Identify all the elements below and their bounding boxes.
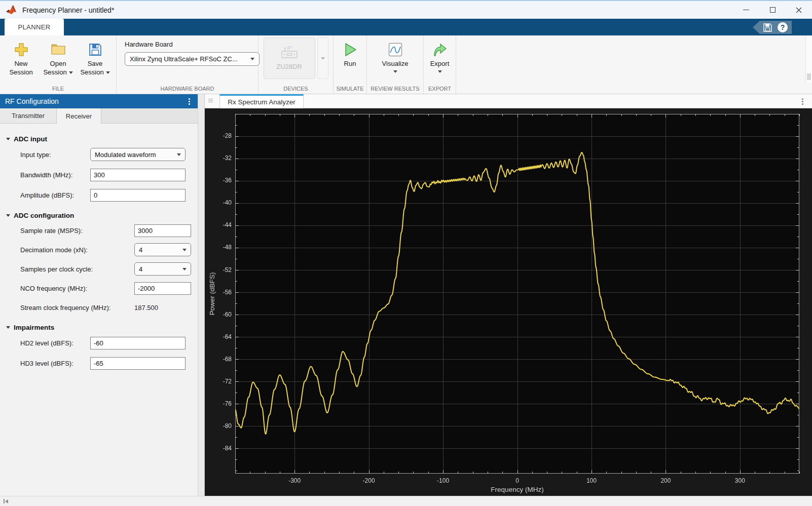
new-session-label-1: New bbox=[14, 60, 27, 68]
decimation-mode-label: Decimation mode (xN): bbox=[20, 246, 88, 254]
device-zu28dr-button[interactable]: ZU28DR bbox=[264, 37, 315, 79]
tabbar-grip-icon[interactable] bbox=[208, 99, 213, 108]
tab-options-icon[interactable] bbox=[800, 98, 806, 105]
section-adc-input[interactable]: ADC input bbox=[6, 135, 192, 143]
open-session-dropdown-icon[interactable] bbox=[69, 71, 73, 74]
samples-per-clock-select[interactable]: 4 bbox=[134, 262, 191, 276]
close-button[interactable] bbox=[786, 1, 812, 19]
save-session-label-2: Session bbox=[80, 68, 103, 77]
new-session-icon bbox=[14, 40, 29, 60]
section-caption-simulate: SIMULATE bbox=[334, 83, 366, 94]
section-caption-devices: DEVICES bbox=[259, 83, 333, 94]
section-caption-file: FILE bbox=[0, 83, 116, 94]
x-axis-label: Frequency (MHz) bbox=[235, 486, 799, 493]
visualize-button[interactable]: Visualize bbox=[375, 37, 416, 73]
export-dropdown-icon[interactable] bbox=[438, 70, 442, 73]
tab-planner[interactable]: PLANNER bbox=[5, 19, 64, 35]
minimize-button[interactable] bbox=[733, 1, 759, 19]
input-type-row: Input type: Modulated waveform bbox=[6, 144, 192, 165]
run-button[interactable]: Run bbox=[338, 37, 362, 68]
maximize-button[interactable] bbox=[759, 1, 786, 19]
hd2-level-label: HD2 level (dBFS): bbox=[20, 339, 73, 347]
toolstrip-scrollbar[interactable] bbox=[805, 35, 812, 83]
decimation-mode-value: 4 bbox=[139, 246, 142, 254]
app-window: Frequency Planner - untitled* PLANNER ? bbox=[0, 0, 812, 506]
amplitude-input[interactable] bbox=[90, 189, 186, 202]
section-impairments[interactable]: Impairments bbox=[6, 324, 192, 331]
y-axis-label: Power (dBFS) bbox=[208, 273, 216, 316]
spectrum-canvas bbox=[205, 108, 812, 496]
bandwidth-label: Bandwidth (MHz): bbox=[20, 171, 72, 179]
save-session-dropdown-icon[interactable] bbox=[106, 71, 110, 74]
ribbon-bar: PLANNER ? bbox=[0, 19, 812, 35]
hd2-level-input[interactable] bbox=[90, 337, 186, 349]
tab-rx-spectrum-analyzer[interactable]: Rx Spectrum Analyzer bbox=[219, 94, 304, 108]
amplitude-row: Amplitude (dBFS): bbox=[6, 185, 192, 205]
input-type-caret-icon bbox=[177, 153, 181, 156]
save-session-button[interactable]: Save Session bbox=[78, 37, 112, 77]
spectrum-analyzer-panel: Rx Spectrum Analyzer Power (dBFS) Freque… bbox=[205, 94, 812, 496]
input-type-select[interactable]: Modulated waveform bbox=[90, 148, 186, 161]
tab-receiver[interactable]: Receiver bbox=[57, 108, 101, 124]
visualize-icon bbox=[388, 40, 402, 60]
device-dropdown-button[interactable] bbox=[317, 37, 328, 79]
hardware-board-caret-icon bbox=[250, 58, 254, 60]
help-icon[interactable]: ? bbox=[778, 22, 788, 32]
device-name-label: ZU28DR bbox=[276, 63, 302, 70]
section-adc-configuration[interactable]: ADC configuration bbox=[6, 212, 192, 219]
decimation-mode-row: Decimation mode (xN): 4 bbox=[6, 240, 192, 259]
new-session-button[interactable]: New Session bbox=[4, 37, 38, 77]
hardware-board-select[interactable]: Xilinx Zynq UltraScale+ RFSoC ZC... bbox=[125, 52, 260, 66]
hd3-level-input[interactable] bbox=[90, 357, 186, 370]
hardware-board-label: Hardware Board bbox=[125, 41, 173, 48]
nco-frequency-input[interactable] bbox=[134, 282, 191, 295]
spectrum-figure: Power (dBFS) Frequency (MHz) bbox=[205, 108, 812, 496]
bandwidth-input[interactable] bbox=[90, 169, 186, 181]
toolstrip: New Session Open Session bbox=[0, 35, 812, 94]
device-icon bbox=[281, 46, 298, 61]
export-button[interactable]: Export bbox=[428, 37, 452, 73]
visualize-dropdown-icon[interactable] bbox=[393, 70, 397, 73]
open-session-label-1: Open bbox=[50, 60, 66, 68]
hd3-level-row: HD3 level (dBFS): bbox=[6, 353, 192, 373]
samples-per-clock-value: 4 bbox=[139, 265, 142, 273]
save-session-label-1: Save bbox=[88, 60, 103, 68]
panel-options-icon[interactable] bbox=[187, 98, 193, 105]
decimation-mode-select[interactable]: 4 bbox=[134, 243, 191, 256]
section-adc-configuration-title: ADC configuration bbox=[14, 212, 74, 219]
hd2-level-row: HD2 level (dBFS): bbox=[6, 333, 192, 353]
collapse-panel-icon[interactable] bbox=[4, 499, 8, 503]
open-session-icon bbox=[50, 40, 66, 60]
collapse-icon bbox=[6, 138, 10, 140]
toolstrip-section-simulate: Run SIMULATE bbox=[334, 35, 367, 94]
export-icon bbox=[432, 40, 448, 60]
run-label: Run bbox=[344, 60, 356, 68]
sample-rate-label: Sample rate (MSPS): bbox=[20, 227, 83, 235]
nco-frequency-label: NCO frequency (MHz): bbox=[20, 285, 87, 292]
stream-clock-label: Stream clock frequency (MHz): bbox=[20, 304, 110, 312]
samples-per-clock-label: Samples per clock cycle: bbox=[20, 265, 93, 273]
tab-transmitter[interactable]: Transmitter bbox=[0, 108, 57, 123]
new-session-label-2: Session bbox=[9, 68, 32, 77]
section-impairments-title: Impairments bbox=[14, 324, 54, 331]
document-tab-bar: Rx Spectrum Analyzer bbox=[205, 94, 812, 108]
rf-configuration-header: RF Configuration bbox=[0, 94, 198, 108]
toolstrip-section-devices: ZU28DR DEVICES bbox=[259, 35, 334, 94]
window-title: Frequency Planner - untitled* bbox=[22, 6, 114, 14]
rf-configuration-tabs: Transmitter Receiver bbox=[0, 108, 198, 124]
sample-rate-input[interactable] bbox=[134, 224, 191, 237]
quick-save-icon[interactable] bbox=[763, 23, 772, 32]
stream-clock-value: 187.500 bbox=[134, 304, 158, 312]
section-caption-export: EXPORT bbox=[424, 83, 456, 94]
amplitude-label: Amplitude (dBFS): bbox=[20, 191, 74, 199]
bandwidth-row: Bandwidth (MHz): bbox=[6, 165, 192, 185]
export-label: Export bbox=[430, 60, 450, 68]
section-caption-hardware-board: HARDWARE BOARD bbox=[117, 83, 258, 94]
section-adc-input-title: ADC input bbox=[14, 135, 47, 143]
samples-per-clock-row: Samples per clock cycle: 4 bbox=[6, 259, 192, 279]
save-session-icon bbox=[88, 40, 102, 60]
panel-splitter[interactable] bbox=[198, 94, 205, 496]
statusbar bbox=[0, 496, 812, 506]
hardware-board-value: Xilinx Zynq UltraScale+ RFSoC ZC... bbox=[130, 55, 238, 63]
open-session-button[interactable]: Open Session bbox=[41, 37, 75, 77]
